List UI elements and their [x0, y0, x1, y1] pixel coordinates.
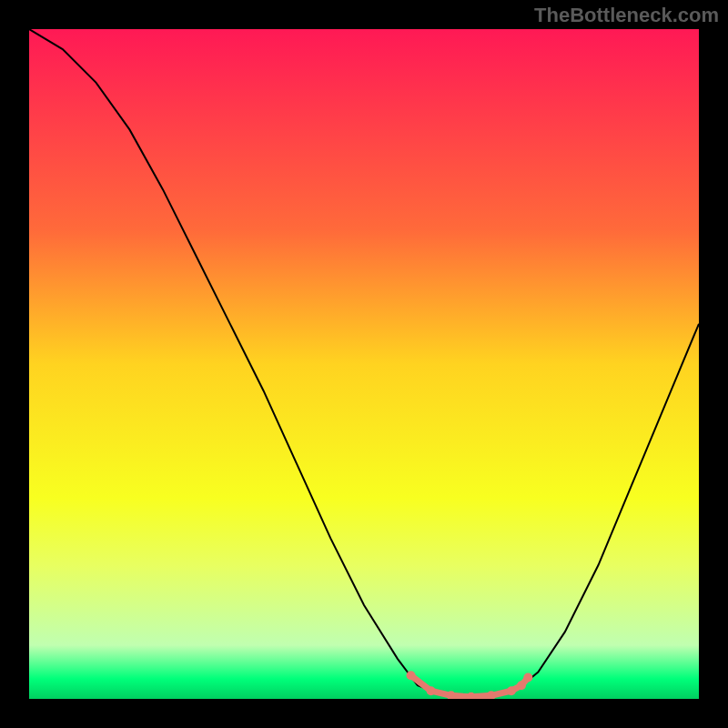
highlight-dot [517, 681, 526, 690]
chart-svg [29, 29, 699, 699]
highlight-dot [523, 672, 532, 682]
attribution-text: TheBottleneck.com [534, 4, 719, 27]
plot-area [29, 29, 699, 699]
highlight-dot [407, 671, 416, 680]
highlight-dot [507, 686, 516, 695]
highlight-dot [427, 686, 436, 695]
chart-container: TheBottleneck.com [0, 0, 728, 728]
